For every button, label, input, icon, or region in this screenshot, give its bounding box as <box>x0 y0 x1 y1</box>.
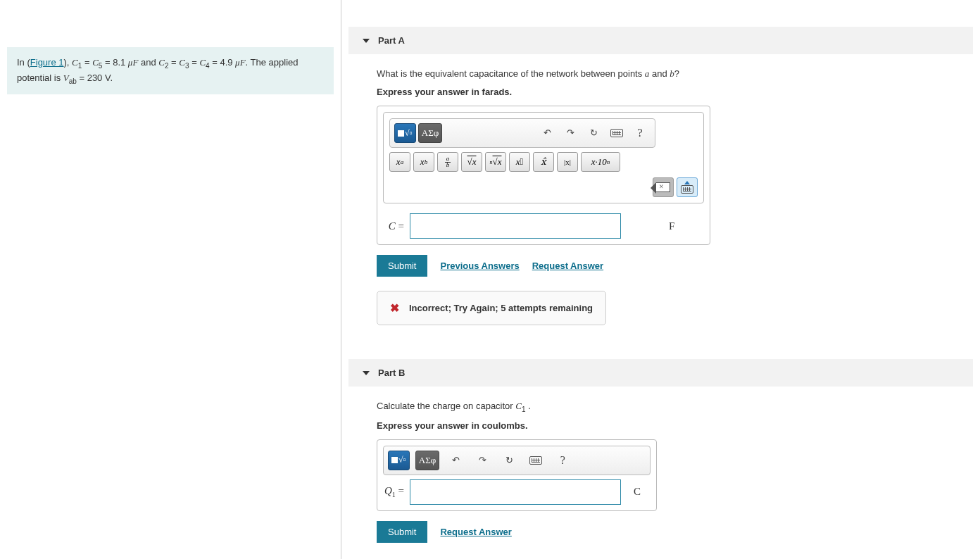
part-a-answer-input[interactable] <box>410 213 621 239</box>
redo-button[interactable]: ↷ <box>472 451 493 470</box>
text: In ( <box>17 57 30 68</box>
templates-button[interactable]: √▫ <box>394 123 416 143</box>
part-b-header: Part B <box>348 359 973 387</box>
part-a-question: What is the equivalent capacitance of th… <box>377 68 945 80</box>
request-answer-link[interactable]: Request Answer <box>440 527 511 537</box>
keyboard-up-icon <box>681 181 693 194</box>
undo-button[interactable]: ↶ <box>536 123 558 143</box>
part-b-answer-row: Q1 = C <box>383 479 651 505</box>
help-button[interactable]: ? <box>629 123 651 143</box>
keyboard-icon <box>610 129 623 137</box>
answer-panel: Part A What is the equivalent capacitanc… <box>341 0 980 559</box>
part-b-submit-row: Submit Request Answer <box>377 521 945 543</box>
part-b-instruction: Express your answer in coulombs. <box>377 420 945 431</box>
answer-variable: Q1 = <box>383 485 404 498</box>
feedback-box: ✖ Incorrect; Try Again; 5 attempts remai… <box>377 291 606 325</box>
reset-button[interactable]: ↻ <box>498 451 520 470</box>
answer-variable: C = <box>383 220 404 232</box>
scientific-button[interactable]: x·10n <box>581 152 620 172</box>
fraction-button[interactable]: ab <box>437 152 458 172</box>
keyboard-toggle-button[interactable] <box>677 177 698 197</box>
part-a-instruction: Express your answer in farads. <box>377 87 945 97</box>
collapse-icon[interactable] <box>363 39 370 43</box>
part-a-submit-row: Submit Previous Answers Request Answer <box>377 255 945 277</box>
previous-answers-link[interactable]: Previous Answers <box>440 260 519 271</box>
part-b-body: Calculate the charge on capacitor C1 . E… <box>348 387 973 557</box>
incorrect-icon: ✖ <box>390 301 399 315</box>
help-button[interactable]: ? <box>552 451 573 470</box>
part-a-answer-box: √▫ ΑΣφ ↶ ↷ ↻ ? xa xb <box>377 106 710 245</box>
templates-button[interactable]: √▫ <box>388 451 410 470</box>
undo-button[interactable]: ↶ <box>445 451 466 470</box>
part-a-header: Part A <box>348 27 973 54</box>
collapse-icon[interactable] <box>363 371 370 375</box>
greek-button[interactable]: ΑΣφ <box>418 123 442 143</box>
reset-button[interactable]: ↻ <box>583 123 604 143</box>
subscript-button[interactable]: xb <box>413 152 434 172</box>
backspace-icon <box>656 182 670 192</box>
superscript-button[interactable]: xa <box>389 152 410 172</box>
keyboard-button[interactable] <box>525 451 546 470</box>
vector-button[interactable]: x⃗ <box>509 152 530 172</box>
backspace-button[interactable] <box>653 177 674 197</box>
feedback-text: Incorrect; Try Again; 5 attempts remaini… <box>409 303 593 313</box>
greek-button[interactable]: ΑΣφ <box>415 451 439 470</box>
part-a-body: What is the equivalent capacitance of th… <box>348 54 973 339</box>
answer-unit: F <box>669 220 674 232</box>
toolbar-main-b: √▫ ΑΣφ ↶ ↷ ↻ ? <box>383 446 651 475</box>
request-answer-link[interactable]: Request Answer <box>532 260 603 271</box>
sqrt-button[interactable]: √x <box>461 152 482 172</box>
problem-statement: In (Figure 1), C1 = C5 = 8.1 μF and C2 =… <box>7 47 334 94</box>
hat-button[interactable]: x̂ <box>533 152 554 172</box>
redo-button[interactable]: ↷ <box>560 123 581 143</box>
keyboard-button[interactable] <box>606 123 627 143</box>
figure-link[interactable]: Figure 1 <box>30 57 64 68</box>
part-b-answer-input[interactable] <box>410 479 621 505</box>
answer-unit: C <box>634 486 641 498</box>
submit-button[interactable]: Submit <box>377 255 427 277</box>
toolbar-main: √▫ ΑΣφ ↶ ↷ ↻ ? <box>389 118 655 148</box>
problem-panel: In (Figure 1), C1 = C5 = 8.1 μF and C2 =… <box>0 0 341 559</box>
part-b-title: Part B <box>378 368 405 378</box>
abs-button[interactable]: |x| <box>557 152 578 172</box>
part-a-answer-row: C = F <box>383 213 704 239</box>
part-b-question: Calculate the charge on capacitor C1 . <box>377 401 945 413</box>
part-b-answer-box: √▫ ΑΣφ ↶ ↷ ↻ ? Q1 = C <box>377 439 657 511</box>
part-a-title: Part A <box>378 35 405 46</box>
keyboard-icon <box>529 456 542 465</box>
nroot-button[interactable]: n√x <box>485 152 506 172</box>
submit-button[interactable]: Submit <box>377 521 427 543</box>
